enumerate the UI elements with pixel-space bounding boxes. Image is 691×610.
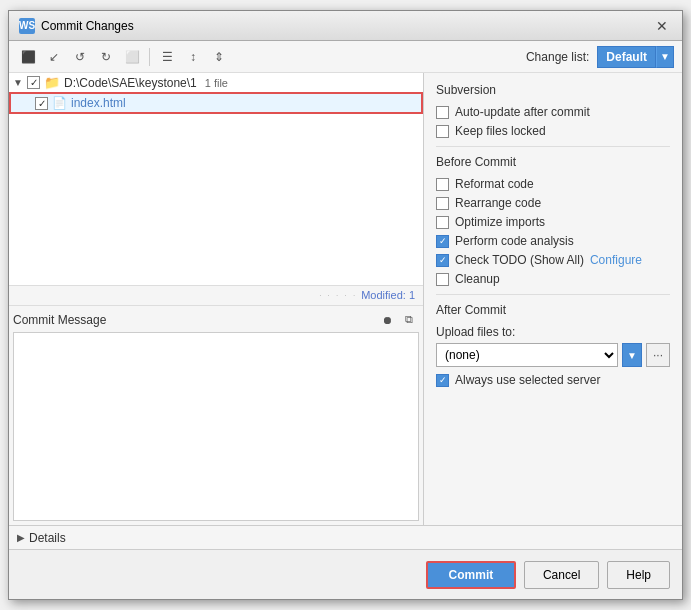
optimize-imports-label: Optimize imports xyxy=(455,215,545,229)
commit-msg-icons: ⏺ ⧉ xyxy=(377,310,419,330)
toolbar-btn-8[interactable]: ⇕ xyxy=(208,46,230,68)
root-path-label: D:\Code\SAE\keystone\1 xyxy=(64,76,197,90)
commit-button[interactable]: Commit xyxy=(426,561,516,589)
file-icon: 📄 xyxy=(52,96,67,110)
perform-code-analysis-checkbox[interactable] xyxy=(436,235,449,248)
commit-message-textarea[interactable] xyxy=(13,332,419,522)
always-use-server-option: Always use selected server xyxy=(436,373,670,387)
bottom-bar: Commit Cancel Help xyxy=(9,549,682,599)
section-separator-2 xyxy=(436,294,670,295)
title-bar-left: WS Commit Changes xyxy=(19,18,134,34)
before-commit-title: Before Commit xyxy=(436,155,670,169)
keep-files-locked-checkbox[interactable] xyxy=(436,125,449,138)
details-arrow-icon[interactable]: ▶ xyxy=(17,532,25,543)
upload-dots-button[interactable]: ··· xyxy=(646,343,670,367)
changelist-arrow-button[interactable]: ▼ xyxy=(656,46,674,68)
left-panel: ▼ 📁 D:\Code\SAE\keystone\1 1 file 📄 inde… xyxy=(9,73,424,525)
reformat-code-checkbox[interactable] xyxy=(436,178,449,191)
toolbar-btn-3[interactable]: ↺ xyxy=(69,46,91,68)
commit-msg-record-btn[interactable]: ⏺ xyxy=(377,310,397,330)
commit-msg-label: Commit Message xyxy=(13,313,106,327)
title-bar: WS Commit Changes ✕ xyxy=(9,11,682,41)
perform-code-analysis-option: Perform code analysis xyxy=(436,234,670,248)
commit-msg-copy-btn[interactable]: ⧉ xyxy=(399,310,419,330)
reformat-code-option: Reformat code xyxy=(436,177,670,191)
toolbar-separator xyxy=(149,48,150,66)
upload-select-arrow[interactable]: ▼ xyxy=(622,343,642,367)
subversion-title: Subversion xyxy=(436,83,670,97)
auto-update-label: Auto-update after commit xyxy=(455,105,590,119)
main-content: ▼ 📁 D:\Code\SAE\keystone\1 1 file 📄 inde… xyxy=(9,73,682,525)
keep-files-locked-option: Keep files locked xyxy=(436,124,670,138)
tree-child-item[interactable]: 📄 index.html xyxy=(9,92,423,114)
child-file-label: index.html xyxy=(71,96,126,110)
rearrange-code-option: Rearrange code xyxy=(436,196,670,210)
check-todo-option: Check TODO (Show All) Configure xyxy=(436,253,670,267)
after-commit-title: After Commit xyxy=(436,303,670,317)
child-checkbox[interactable] xyxy=(35,97,48,110)
always-use-server-label: Always use selected server xyxy=(455,373,600,387)
commit-message-section: Commit Message ⏺ ⧉ xyxy=(9,306,423,526)
rearrange-code-checkbox[interactable] xyxy=(436,197,449,210)
root-checkbox[interactable] xyxy=(27,76,40,89)
check-todo-label: Check TODO (Show All) xyxy=(455,253,584,267)
configure-link[interactable]: Configure xyxy=(590,253,642,267)
reformat-code-label: Reformat code xyxy=(455,177,534,191)
folder-icon: 📁 xyxy=(44,75,60,90)
changelist-label: Change list: xyxy=(526,50,589,64)
commit-changes-dialog: WS Commit Changes ✕ ⬛ ↙ ↺ ↻ ⬜ ☰ ↕ ⇕ Chan… xyxy=(8,10,683,600)
toolbar-btn-7[interactable]: ↕ xyxy=(182,46,204,68)
upload-select[interactable]: (none) xyxy=(436,343,618,367)
toolbar-btn-2[interactable]: ↙ xyxy=(43,46,65,68)
expand-arrow-icon: ▼ xyxy=(13,77,23,88)
file-count-badge: 1 file xyxy=(205,77,228,89)
modified-count: Modified: 1 xyxy=(361,289,415,301)
keep-files-locked-label: Keep files locked xyxy=(455,124,546,138)
always-use-server-checkbox[interactable] xyxy=(436,374,449,387)
changelist-dropdown: Default ▼ xyxy=(597,46,674,68)
upload-files-label: Upload files to: xyxy=(436,325,670,339)
cleanup-label: Cleanup xyxy=(455,272,500,286)
changelist-button[interactable]: Default xyxy=(597,46,656,68)
cancel-button[interactable]: Cancel xyxy=(524,561,599,589)
cleanup-option: Cleanup xyxy=(436,272,670,286)
right-panel: Subversion Auto-update after commit Keep… xyxy=(424,73,682,525)
perform-code-analysis-label: Perform code analysis xyxy=(455,234,574,248)
close-button[interactable]: ✕ xyxy=(652,16,672,36)
modified-bar: · · · · · Modified: 1 xyxy=(9,286,423,306)
cleanup-checkbox[interactable] xyxy=(436,273,449,286)
auto-update-checkbox[interactable] xyxy=(436,106,449,119)
app-icon: WS xyxy=(19,18,35,34)
auto-update-option: Auto-update after commit xyxy=(436,105,670,119)
toolbar-btn-4[interactable]: ↻ xyxy=(95,46,117,68)
rearrange-code-label: Rearrange code xyxy=(455,196,541,210)
file-tree: ▼ 📁 D:\Code\SAE\keystone\1 1 file 📄 inde… xyxy=(9,73,423,286)
commit-msg-header: Commit Message ⏺ ⧉ xyxy=(13,310,419,330)
details-section: ▶ Details xyxy=(9,525,682,549)
toolbar-btn-5[interactable]: ⬜ xyxy=(121,46,143,68)
details-label[interactable]: Details xyxy=(29,531,66,545)
optimize-imports-option: Optimize imports xyxy=(436,215,670,229)
upload-row: (none) ▼ ··· xyxy=(436,343,670,367)
drag-handle: · · · · · xyxy=(319,291,357,300)
optimize-imports-checkbox[interactable] xyxy=(436,216,449,229)
toolbar-btn-1[interactable]: ⬛ xyxy=(17,46,39,68)
toolbar-btn-6[interactable]: ☰ xyxy=(156,46,178,68)
section-separator-1 xyxy=(436,146,670,147)
dialog-title: Commit Changes xyxy=(41,19,134,33)
toolbar: ⬛ ↙ ↺ ↻ ⬜ ☰ ↕ ⇕ Change list: Default ▼ xyxy=(9,41,682,73)
help-button[interactable]: Help xyxy=(607,561,670,589)
check-todo-checkbox[interactable] xyxy=(436,254,449,267)
tree-root-item[interactable]: ▼ 📁 D:\Code\SAE\keystone\1 1 file xyxy=(9,73,423,92)
